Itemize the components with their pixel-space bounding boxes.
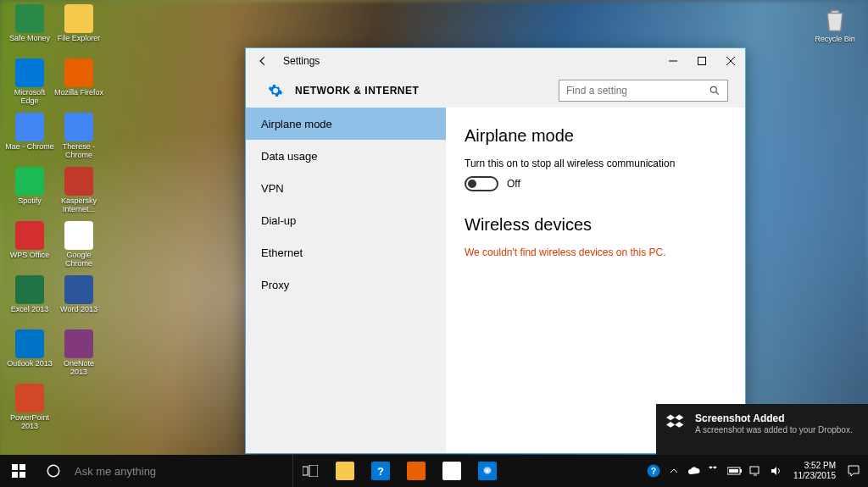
desktop-icon[interactable]: Therese - Chrome [54, 113, 103, 162]
desktop-icon-label: Mozilla Firefox [54, 89, 103, 97]
desktop-icon[interactable]: Mae - Chrome [5, 113, 54, 162]
taskbar-app-chrome[interactable] [434, 455, 470, 487]
onedrive-icon[interactable] [685, 455, 704, 487]
wireless-error-text: We couldn't find wireless devices on thi… [465, 246, 726, 258]
recycle-bin-icon [820, 4, 850, 35]
nav-item-ethernet[interactable]: Ethernet [246, 236, 446, 268]
app-icon [15, 275, 44, 304]
desktop-icon[interactable]: Mozilla Firefox [54, 58, 103, 108]
settings-icon [478, 462, 497, 480]
svg-rect-4 [12, 472, 18, 478]
desktop-icon-label: Kaspersky Internet... [54, 197, 103, 214]
taskbar-app-file-explorer[interactable] [327, 455, 363, 487]
desktop-icon[interactable]: Excel 2013 [5, 275, 54, 324]
desktop-icon[interactable]: PowerPoint 2013 [5, 384, 54, 433]
app-icon [64, 113, 93, 141]
clock-time: 3:52 PM [793, 461, 836, 471]
toggle-state-label: Off [507, 178, 520, 190]
desktop-icon-label: Microsoft Edge [5, 89, 54, 106]
search-icon [709, 85, 721, 97]
recycle-bin[interactable]: Recycle Bin [810, 4, 860, 43]
battery-icon[interactable] [726, 455, 744, 487]
help-tray-icon[interactable]: ? [644, 455, 663, 487]
svg-rect-14 [729, 469, 738, 473]
header-title: NETWORK & INTERNET [295, 85, 419, 97]
notification-toast[interactable]: Screenshot Added A screenshot was added … [656, 404, 868, 455]
cortana-search[interactable]: Ask me anything [70, 455, 293, 487]
back-button[interactable] [254, 53, 271, 69]
help-icon: ? [371, 462, 390, 480]
settings-search-input[interactable] [566, 85, 709, 97]
desktop-icon[interactable]: Microsoft Edge [5, 58, 54, 108]
notification-title: Screenshot Added [695, 412, 853, 424]
taskbar-app-settings[interactable] [470, 455, 505, 487]
svg-text:?: ? [651, 466, 656, 476]
cortana-icon[interactable] [37, 455, 70, 487]
desktop-icon-label: OneNote 2013 [54, 360, 103, 377]
svg-point-1 [710, 86, 716, 92]
desktop-icon-label: Therese - Chrome [54, 143, 103, 160]
desktop-icon[interactable]: Word 2013 [54, 275, 103, 324]
settings-search[interactable] [559, 80, 728, 102]
app-icon [15, 113, 44, 141]
network-icon[interactable] [746, 455, 765, 487]
app-icon [64, 275, 93, 304]
desktop-icon-label: File Explorer [58, 35, 101, 43]
chevron-up-icon[interactable] [665, 455, 683, 487]
dropbox-tray-icon[interactable] [705, 455, 724, 487]
firefox-icon [407, 462, 426, 480]
system-tray: ? 3:52 PM 11/23/2015 [644, 455, 868, 487]
nav-item-airplane-mode[interactable]: Airplane mode [246, 108, 446, 140]
desktop-icon[interactable]: Spotify [5, 167, 54, 216]
desktop-icon-label: PowerPoint 2013 [5, 414, 54, 431]
taskbar-app-help[interactable]: ? [363, 455, 398, 487]
app-icon [64, 167, 93, 196]
desktop-icon-label: Excel 2013 [11, 306, 49, 314]
svg-rect-5 [19, 472, 25, 478]
desktop-icon[interactable]: Safe Money [5, 4, 54, 53]
desktop-icon[interactable]: WPS Office [5, 221, 54, 270]
desktop-icon[interactable]: Outlook 2013 [5, 329, 54, 379]
start-button[interactable] [0, 455, 37, 487]
desktop-icon[interactable]: Google Chrome [54, 221, 103, 270]
file-explorer-icon [336, 462, 354, 480]
close-button[interactable] [716, 48, 745, 74]
nav-item-vpn[interactable]: VPN [246, 172, 446, 204]
chrome-icon [442, 462, 461, 480]
action-center-icon[interactable] [844, 455, 863, 487]
clock-date: 11/23/2015 [793, 471, 836, 481]
desktop-icon-label: Outlook 2013 [7, 360, 53, 368]
settings-window: Settings NETWORK & INTERNET Airplane mod… [245, 47, 746, 454]
minimize-button[interactable] [659, 48, 687, 74]
desktop-icon-label: Word 2013 [60, 306, 97, 314]
section-wireless-title: Wireless devices [465, 215, 726, 235]
desktop-icon[interactable]: Kaspersky Internet... [54, 167, 103, 216]
desktop-icons-grid: Safe MoneyFile ExplorerMicrosoft EdgeMoz… [5, 4, 103, 433]
desktop-icon-label: Safe Money [9, 35, 50, 43]
nav-item-data-usage[interactable]: Data usage [246, 140, 446, 172]
nav-item-proxy[interactable]: Proxy [246, 268, 446, 301]
settings-content: Airplane mode Turn this on to stop all w… [446, 108, 745, 453]
desktop-icon[interactable]: File Explorer [54, 4, 103, 53]
desktop-icon-label: Google Chrome [54, 252, 103, 268]
cortana-placeholder: Ask me anything [75, 465, 156, 478]
notification-body: A screenshot was added to your Dropbox. [695, 424, 853, 435]
svg-rect-13 [740, 469, 742, 473]
gear-icon [268, 83, 283, 98]
desktop-icon[interactable]: OneNote 2013 [54, 329, 103, 379]
airplane-mode-toggle[interactable] [465, 176, 498, 191]
app-icon [15, 4, 44, 33]
taskbar-app-firefox[interactable] [398, 455, 434, 487]
window-title: Settings [283, 55, 320, 67]
app-icon [64, 329, 93, 358]
taskbar-clock[interactable]: 3:52 PM 11/23/2015 [787, 461, 843, 481]
app-icon [15, 384, 44, 412]
app-icon [64, 58, 93, 87]
volume-icon[interactable] [766, 455, 785, 487]
task-view-button[interactable] [293, 455, 327, 487]
svg-rect-2 [12, 464, 18, 470]
maximize-button[interactable] [687, 48, 716, 74]
settings-nav: Airplane modeData usageVPNDial-upEtherne… [246, 108, 446, 453]
recycle-bin-label: Recycle Bin [815, 35, 855, 43]
nav-item-dial-up[interactable]: Dial-up [246, 204, 446, 236]
